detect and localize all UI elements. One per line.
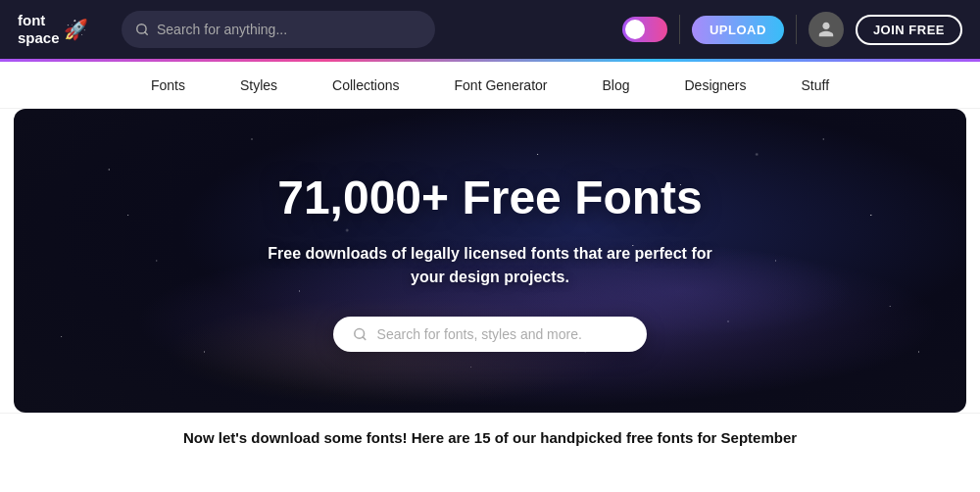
logo[interactable]: font space 🚀 [18,12,106,47]
upload-button[interactable]: UPLOAD [692,16,784,44]
divider [679,15,680,44]
nav-item-collections[interactable]: Collections [305,62,426,108]
join-free-button[interactable]: JOIN FREE [856,15,962,45]
hero-search-bar[interactable] [333,317,647,352]
avatar[interactable] [808,12,844,47]
nav-item-font-generator[interactable]: Font Generator [427,62,575,108]
bottom-bar: Now let's download some fonts! Here are … [0,413,980,462]
nav-item-styles[interactable]: Styles [213,62,305,108]
hero-content: 71,000+ Free Fonts Free downloads of leg… [14,109,966,413]
divider2 [796,15,797,44]
nav-item-blog[interactable]: Blog [574,62,657,108]
main-nav: Fonts Styles Collections Font Generator … [0,62,980,109]
header-search-bar[interactable] [122,11,435,48]
dark-mode-toggle[interactable] [622,17,667,42]
hero-search-input[interactable] [377,326,627,342]
svg-line-3 [363,336,366,339]
nav-item-fonts[interactable]: Fonts [123,62,213,108]
search-icon [135,23,149,36]
logo-text-line1: font [18,12,60,29]
header-search-input[interactable] [157,22,421,37]
nav-item-designers[interactable]: Designers [658,62,774,108]
hero-section: 71,000+ Free Fonts Free downloads of leg… [14,109,966,413]
rocket-icon: 🚀 [64,18,88,41]
header: font space 🚀 UPLOAD JOIN FREE [0,0,980,59]
logo-text-line2: space [18,29,60,47]
bottom-bar-text: Now let's download some fonts! Here are … [183,429,797,446]
nav-item-stuff[interactable]: Stuff [774,62,858,108]
header-right: UPLOAD JOIN FREE [622,12,962,47]
hero-subtitle: Free downloads of legally licensed fonts… [255,242,725,289]
hero-search-icon [353,326,368,342]
svg-line-1 [145,32,148,35]
hero-title: 71,000+ Free Fonts [277,171,703,224]
